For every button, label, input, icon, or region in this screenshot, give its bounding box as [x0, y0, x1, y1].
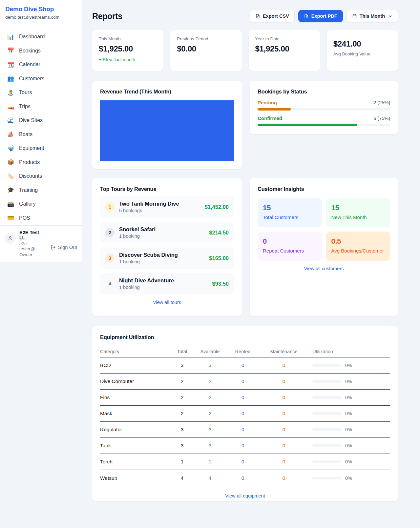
sidebar-nav: 📊 Dashboard 📅 Bookings 📆 Calendar 👥 Cust… — [0, 25, 82, 225]
sign-out-button[interactable]: Sign Out — [51, 237, 77, 257]
status-list: Pending 2 (25%) Confirmed 6 (75%) — [258, 100, 390, 126]
equipment-utilization-cell: 0% — [308, 363, 390, 368]
stat-card: This Month $1,925.00 +0% vs last month — [92, 30, 163, 71]
equipment-available: 2 — [194, 395, 226, 400]
export-pdf-button[interactable]: Export PDF — [298, 10, 343, 22]
status-label: Pending — [258, 100, 277, 105]
equipment-available: 3 — [194, 443, 226, 449]
equipment-total: 3 — [171, 427, 194, 433]
tour-bookings: 1 booking — [119, 285, 174, 290]
utilization-bar-track — [312, 428, 341, 431]
sidebar-item[interactable]: 🎓 Training — [3, 183, 79, 197]
stat-value: $1,925.00 — [99, 44, 157, 53]
sidebar-item[interactable]: 📆 Calendar — [3, 58, 79, 72]
nav-item-label: Gallery — [19, 201, 36, 207]
user-section: E2E Test U... e2e-tester@... Owner Sign … — [0, 225, 82, 262]
equipment-maintenance: 0 — [259, 443, 308, 449]
insight-tile: 0 Repeat Customers — [258, 232, 322, 261]
calendar-icon — [352, 14, 357, 19]
sidebar-item[interactable]: 📊 Dashboard — [3, 30, 79, 44]
nav-item-icon: 📅 — [7, 47, 14, 54]
period-label: This Month — [360, 13, 385, 19]
equipment-total: 3 — [171, 443, 194, 449]
insight-tile: 15 Total Customers — [258, 198, 322, 227]
top-tours-title: Top Tours by Revenue — [100, 186, 234, 192]
insights-row: Top Tours by Revenue 1 Two Tank Morning … — [92, 178, 398, 316]
equipment-available: 4 — [194, 475, 226, 481]
equipment-total: 4 — [171, 475, 194, 481]
sidebar-item[interactable]: 👥 Customers — [3, 72, 79, 86]
nav-item-label: POS — [19, 215, 30, 221]
top-tours-card: Top Tours by Revenue 1 Two Tank Morning … — [92, 178, 242, 316]
equipment-utilization-cell: 0% — [308, 411, 390, 416]
equipment-category: Tank — [100, 443, 171, 449]
insight-value: 0 — [263, 237, 317, 246]
tour-bookings: 1 booking — [119, 259, 178, 264]
page-title: Reports — [92, 11, 122, 21]
stats-row: This Month $1,925.00 +0% vs last month P… — [92, 30, 398, 71]
equipment-rented: 0 — [226, 459, 259, 465]
sidebar-item[interactable]: 💳 POS — [3, 211, 79, 225]
equipment-category: Dive Computer — [100, 378, 171, 384]
sidebar-item[interactable]: 📅 Bookings — [3, 44, 79, 58]
stat-value: $1,925.00 — [255, 44, 313, 53]
period-dropdown[interactable]: This Month — [346, 10, 398, 22]
utilization-percent: 0% — [345, 395, 352, 400]
tour-revenue: $93.50 — [212, 281, 229, 287]
insight-tile: 0.5 Avg Bookings/Customer — [326, 232, 390, 261]
customer-insights-card: Customer Insights 15 Total Customers 15 … — [250, 178, 398, 316]
insight-label: New This Month — [331, 214, 385, 220]
header-actions: Export CSV Export PDF This Month — [250, 10, 398, 22]
nav-item-icon: 🏷️ — [7, 173, 14, 180]
sidebar-item[interactable]: 🤿 Equipment — [3, 141, 79, 155]
sidebar-item[interactable]: 🏝️ Tours — [3, 86, 79, 100]
table-row: BCD 3 3 0 0 0% — [100, 357, 390, 374]
equipment-rented: 0 — [226, 475, 259, 481]
user-name: E2E Test U... — [19, 230, 47, 240]
sidebar-item[interactable]: 📸 Gallery — [3, 197, 79, 211]
customer-insights-title: Customer Insights — [258, 186, 390, 192]
export-csv-button[interactable]: Export CSV — [250, 10, 295, 22]
column-header-category: Category — [100, 349, 171, 354]
insight-grid: 15 Total Customers 15 New This Month 0 R… — [258, 198, 390, 261]
view-all-equipment-link[interactable]: View all equipment — [100, 493, 390, 498]
equipment-category: BCD — [100, 362, 171, 368]
equipment-maintenance: 0 — [259, 427, 308, 433]
utilization-percent: 0% — [345, 363, 352, 368]
stat-card: Year to Date $1,925.00 — [249, 30, 320, 71]
utilization-percent: 0% — [345, 379, 352, 384]
stat-value: $241.00 — [333, 39, 391, 49]
equipment-available: 3 — [194, 427, 226, 433]
stat-label: Previous Period — [177, 36, 235, 41]
sidebar-item[interactable]: 🏷️ Discounts — [3, 169, 79, 183]
tour-revenue: $1,452.00 — [205, 204, 229, 210]
nav-item-label: Trips — [19, 104, 31, 110]
nav-item-icon: 📦 — [7, 159, 14, 166]
view-all-customers-link[interactable]: View all customers — [258, 266, 390, 271]
sidebar-item[interactable]: 🌊 Dive Sites — [3, 113, 79, 128]
equipment-total: 1 — [171, 459, 194, 465]
shop-name: Demo Dive Shop — [5, 6, 76, 13]
equipment-utilization-cell: 0% — [308, 379, 390, 384]
sidebar-item[interactable]: ⛵ Boats — [3, 128, 79, 142]
equipment-utilization-cell: 0% — [308, 459, 390, 464]
file-download-icon — [304, 14, 309, 19]
shop-header: Demo Dive Shop demo.test.divestreams.com — [0, 0, 82, 25]
logout-icon — [51, 245, 56, 250]
nav-item-label: Customers — [19, 76, 44, 82]
equipment-table-body: BCD 3 3 0 0 0% Dive Computer — [100, 357, 390, 486]
sidebar-item[interactable]: 📦 Products — [3, 155, 79, 170]
view-all-tours-link[interactable]: View all tours — [100, 300, 234, 305]
equipment-rented: 0 — [226, 411, 259, 416]
tour-rank-badge: 1 — [105, 202, 115, 212]
sidebar-item[interactable]: 🚤 Trips — [3, 100, 79, 114]
page-header: Reports Export CSV Export PDF — [92, 10, 398, 22]
chevron-down-icon — [388, 14, 392, 18]
column-header-available: Available — [194, 349, 226, 354]
tour-rank-badge: 4 — [105, 279, 115, 288]
utilization-percent: 0% — [345, 443, 352, 448]
nav-item-label: Products — [19, 159, 40, 165]
insight-tile: 15 New This Month — [326, 198, 390, 227]
person-icon — [8, 235, 13, 241]
tour-row: 4 Night Dive Adventure 1 booking $93.50 — [100, 273, 234, 294]
